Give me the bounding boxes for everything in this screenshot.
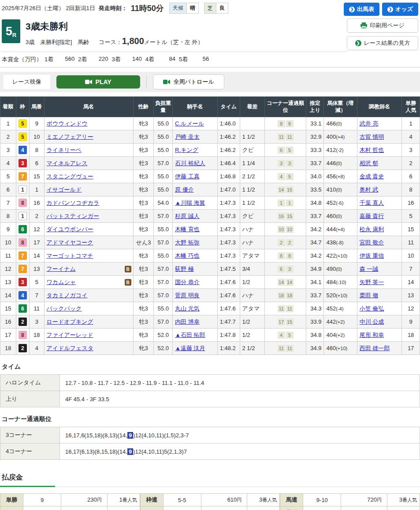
jockey-link[interactable]: ▲石田 拓郎 bbox=[175, 332, 205, 338]
horse-name-link[interactable]: ボウウィンドウ bbox=[47, 120, 88, 127]
trainer-link[interactable]: 西田 雄一郎 bbox=[360, 345, 390, 351]
waku-cell: 7 bbox=[16, 170, 29, 183]
horse-name-link[interactable]: タカミノガコイ bbox=[47, 292, 88, 299]
waku-badge: 3 bbox=[19, 278, 27, 286]
corner-position-box: 15 bbox=[286, 213, 294, 220]
jockey-link[interactable]: 大野 拓弥 bbox=[175, 239, 200, 246]
waku-cell: 4 bbox=[16, 289, 29, 302]
trainer-cell: 尾形 和幸 bbox=[357, 329, 402, 342]
horse-name-link[interactable]: アドマイヤコーク bbox=[47, 239, 93, 246]
payout-row: 複勝9120円1番人気 bbox=[0, 506, 140, 510]
payout-combination: 9 bbox=[23, 506, 61, 510]
last-3f: 33.5 bbox=[306, 183, 324, 196]
horse-weight: 412(-2) bbox=[324, 144, 357, 157]
odds-button[interactable]: オッズ bbox=[382, 3, 418, 16]
payout-combination: 5-5 bbox=[163, 494, 201, 506]
corner-positions: 22 bbox=[265, 236, 306, 249]
horse-name-link[interactable]: フーイナム bbox=[47, 266, 76, 272]
horse-name-link[interactable]: マイネルアレス bbox=[47, 160, 88, 166]
trainer-link[interactable]: 尾形 和幸 bbox=[360, 332, 384, 338]
payout-combination: 9-10 bbox=[163, 506, 201, 510]
horse-name-link[interactable]: ダイユウボンバー bbox=[47, 226, 93, 233]
trainer-link[interactable]: 奥村 武 bbox=[360, 186, 379, 193]
jockey-link[interactable]: 原 優介 bbox=[175, 186, 194, 193]
trainer-link[interactable]: 中川 公成 bbox=[360, 318, 384, 325]
trainer-link[interactable]: 金成 貴史 bbox=[360, 173, 384, 180]
payout-bet-type: 馬連 bbox=[280, 494, 303, 506]
horse-weight-diff: (0) bbox=[336, 266, 342, 272]
trainer-link[interactable]: 千葉 直人 bbox=[360, 200, 384, 206]
corner-row-label: 3コーナー bbox=[0, 427, 60, 443]
jockey-cell: 木幡 育也 bbox=[173, 223, 218, 236]
jockey-link[interactable]: 荻野 極 bbox=[175, 266, 194, 272]
carried-weight: 55.0 bbox=[154, 144, 173, 157]
trainer-link[interactable]: 森 一誠 bbox=[360, 266, 379, 272]
jockey-link[interactable]: ▲川端 海翼 bbox=[175, 200, 205, 206]
trainer-cell: 松永 康利 bbox=[357, 223, 402, 236]
patrol-video-button[interactable]: 全周パトロール bbox=[153, 74, 224, 89]
horse-name-link[interactable]: マーゴットコマチ bbox=[47, 252, 93, 259]
waku-cell: 5 bbox=[16, 117, 29, 130]
horse-name-link[interactable]: アイドルフェスタ bbox=[47, 345, 93, 351]
print-page-button[interactable]: 印刷用ページ bbox=[347, 18, 418, 33]
horse-name-link[interactable]: ファイアーレッド bbox=[47, 332, 93, 338]
horse-name-cell: カドバンソコヂカラ bbox=[44, 196, 133, 210]
jockey-link[interactable]: 戸崎 圭太 bbox=[175, 133, 200, 140]
weather-label: 天候 bbox=[170, 3, 186, 13]
trainer-link[interactable]: 武井 亮 bbox=[360, 120, 379, 127]
jockey-link[interactable]: 杉原 誠人 bbox=[175, 213, 200, 219]
jockey-link[interactable]: ▲遠藤 汰月 bbox=[175, 345, 205, 351]
jockey-link[interactable]: 木幡 育也 bbox=[175, 226, 200, 233]
trainer-link[interactable]: 矢野 英一 bbox=[360, 279, 384, 285]
trainer-link[interactable]: 栗田 徹 bbox=[360, 292, 379, 299]
jockey-cell: 菅原 明良 bbox=[173, 289, 218, 302]
trainer-link[interactable]: 松永 康利 bbox=[360, 226, 384, 233]
win-popularity: 2 bbox=[402, 157, 420, 170]
trainer-link[interactable]: 相沢 郁 bbox=[360, 160, 379, 166]
horse-name-link[interactable]: イサゴールド bbox=[47, 186, 82, 193]
jockey-link[interactable]: 丸山 元気 bbox=[175, 305, 200, 312]
jockey-link[interactable]: 内田 博幸 bbox=[175, 318, 200, 325]
carried-weight: 57.0 bbox=[154, 315, 173, 329]
trainer-link[interactable]: 木村 哲也 bbox=[360, 147, 384, 153]
jockey-link[interactable]: 石川 裕紀人 bbox=[175, 160, 205, 166]
horse-name-link[interactable]: ロードオブキング bbox=[47, 318, 93, 325]
horse-name-link[interactable]: ライネリーベ bbox=[47, 147, 82, 153]
jockey-link[interactable]: R.キング bbox=[175, 147, 198, 153]
corner-row-value: 16,17(6,13)(8,15,18)(14,9)12(4,10,11)5(2… bbox=[60, 443, 420, 460]
results-column-header: 負担重量 bbox=[154, 97, 173, 117]
trainer-link[interactable]: 宮田 敬介 bbox=[360, 239, 384, 246]
corner-position-box: 18 bbox=[286, 292, 294, 299]
horse-name-cell: アドマイヤコーク bbox=[44, 236, 133, 249]
trainer-link[interactable]: 伊坂 重信 bbox=[360, 252, 384, 259]
corner-positions: 1715 bbox=[265, 315, 306, 329]
jockey-link[interactable]: C.ルメール bbox=[175, 120, 204, 127]
time-table: ハロンタイム12.7 - 10.8 - 11.7 - 12.5 - 12.9 -… bbox=[0, 374, 420, 407]
horse-number: 4 bbox=[30, 342, 45, 355]
horse-name-link[interactable]: カドバンソコヂカラ bbox=[47, 200, 100, 206]
jockey-link[interactable]: 木幡 巧也 bbox=[175, 252, 200, 259]
trainer-link[interactable]: 小笠 倫弘 bbox=[360, 305, 384, 312]
result-guide-button[interactable]: レース結果の見方 bbox=[347, 36, 418, 50]
jockey-link[interactable]: 菅原 明良 bbox=[175, 292, 200, 299]
horse-name-link[interactable]: バックパック bbox=[47, 305, 82, 312]
horse-name-link[interactable]: ワカムシャ bbox=[47, 279, 76, 285]
trainer-link[interactable]: 嘉藤 貴行 bbox=[360, 213, 384, 219]
finish-position: 15 bbox=[0, 302, 16, 315]
waku-badge: 6 bbox=[19, 225, 27, 233]
horse-weight: 400(+4) bbox=[324, 130, 357, 144]
payout-bet-type: 複勝 bbox=[0, 506, 23, 510]
corner-positions: 63 bbox=[265, 262, 306, 276]
horse-name-cell: ボウウィンドウ bbox=[44, 117, 133, 130]
trainer-cell: 伊坂 重信 bbox=[357, 249, 402, 262]
entries-button[interactable]: 出馬表 bbox=[344, 3, 379, 16]
margin: 1/2 bbox=[240, 276, 265, 289]
horse-name-link[interactable]: スタニングヴュー bbox=[47, 173, 93, 180]
horse-name-link[interactable]: バットスティンガー bbox=[47, 213, 99, 219]
prize-rank-label: 4着 bbox=[145, 55, 154, 63]
jockey-link[interactable]: 伊藤 工真 bbox=[175, 173, 200, 180]
horse-name-link[interactable]: ミエノフェアリー bbox=[47, 133, 93, 140]
trainer-link[interactable]: 古賀 慎明 bbox=[360, 133, 384, 140]
play-button[interactable]: PLAY bbox=[56, 75, 140, 89]
jockey-link[interactable]: 国分 恭介 bbox=[175, 279, 200, 285]
